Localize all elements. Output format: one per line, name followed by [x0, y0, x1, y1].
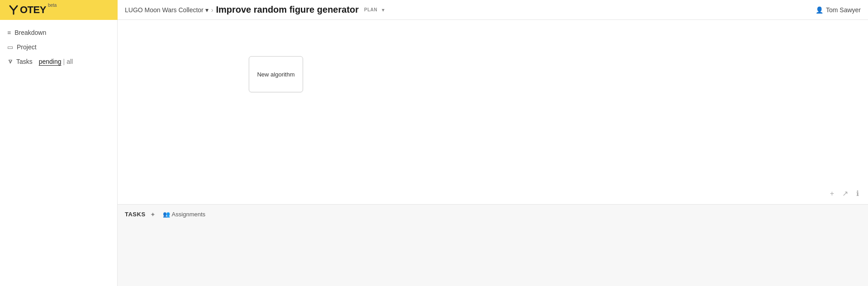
plan-badge: PLAN	[364, 7, 377, 12]
breakdown-icon: ≡	[7, 29, 11, 36]
sidebar: ≡ Breakdown ▭ Project ⛛ Tasks pending | …	[0, 20, 118, 286]
sidebar-item-breakdown[interactable]: ≡ Breakdown	[0, 25, 117, 40]
sidebar-project-label: Project	[17, 43, 37, 51]
content-area: New algorithm + ↗ ℹ TASKS ✦ 👥 Assignment…	[118, 20, 868, 286]
sidebar-tasks-section: ⛛ Tasks pending | all	[0, 54, 117, 69]
breadcrumb-dropdown-icon: ▾	[205, 6, 209, 14]
tasks-filter: pending | all	[35, 58, 73, 65]
main-layout: ≡ Breakdown ▭ Project ⛛ Tasks pending | …	[0, 20, 868, 286]
logo-text: OTEY	[20, 4, 46, 16]
page-title: Improve random figure generator	[216, 5, 359, 15]
diagram-card-label: New algorithm	[257, 71, 294, 78]
user-area[interactable]: 👤 Tom Sawyer	[816, 6, 861, 14]
filter-all[interactable]: all	[66, 58, 73, 65]
tasks-scatter-icon[interactable]: ✦	[150, 211, 156, 218]
assignments-button[interactable]: 👥 Assignments	[160, 210, 208, 219]
diagram-toolbar: + ↗ ℹ	[828, 187, 861, 200]
add-node-button[interactable]: +	[828, 188, 836, 200]
title-dropdown-icon[interactable]: ▾	[382, 7, 384, 13]
assignments-label: Assignments	[172, 211, 205, 218]
logo-y-letter: OTEY	[20, 4, 46, 15]
plan-diagram: New algorithm + ↗ ℹ	[118, 20, 868, 205]
sidebar-tasks-label: Tasks	[16, 58, 33, 65]
diagram-card-new-algorithm[interactable]: New algorithm	[249, 56, 303, 92]
breadcrumb-separator: ›	[211, 6, 213, 14]
breadcrumb-area: LUGO Moon Wars Collector ▾ › Improve ran…	[118, 5, 816, 15]
breadcrumb-project-label: LUGO Moon Wars Collector	[125, 6, 204, 14]
tasks-panel: TASKS ✦ 👥 Assignments	[118, 205, 868, 286]
tasks-panel-title: TASKS	[125, 211, 146, 218]
filter-pending[interactable]: pending	[39, 58, 62, 65]
info-button[interactable]: ℹ	[854, 187, 861, 200]
header: OTEY beta LUGO Moon Wars Collector ▾ › I…	[0, 0, 868, 20]
logo-icon	[7, 4, 20, 16]
user-name: Tom Sawyer	[826, 6, 861, 14]
project-icon: ▭	[7, 43, 13, 51]
user-icon: 👤	[816, 6, 823, 14]
filter-separator: |	[63, 58, 65, 65]
sidebar-breakdown-label: Breakdown	[14, 29, 46, 36]
tasks-filter-icon: ⛛	[7, 58, 14, 65]
assignments-icon: 👥	[163, 211, 170, 218]
logo-area: OTEY beta	[0, 0, 118, 20]
tasks-header: TASKS ✦ 👥 Assignments	[125, 210, 861, 219]
breadcrumb-project[interactable]: LUGO Moon Wars Collector ▾	[125, 6, 209, 14]
sidebar-item-project[interactable]: ▭ Project	[0, 40, 117, 54]
expand-button[interactable]: ↗	[840, 187, 850, 200]
beta-badge: beta	[48, 3, 57, 8]
